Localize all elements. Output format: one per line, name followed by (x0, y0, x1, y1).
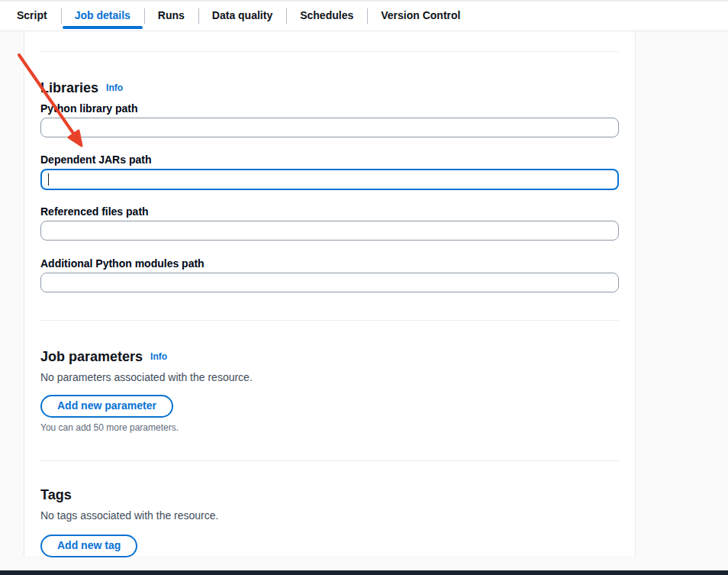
referenced-files-path-wrap (40, 221, 619, 241)
tags-section-title: Tags (40, 487, 619, 503)
tab-bar: Script Job details Runs Data quality Sch… (0, 0, 728, 31)
python-library-path-label: Python library path (40, 102, 619, 115)
additional-python-modules-path-label: Additional Python modules path (40, 257, 619, 270)
libraries-info-link[interactable]: Info (106, 82, 123, 93)
tags-title-text: Tags (40, 487, 72, 502)
job-parameters-section-title: Job parametersInfo (40, 349, 619, 365)
dependent-jars-path-input[interactable] (40, 169, 619, 190)
libraries-section-title: LibrariesInfo (40, 80, 619, 96)
text-cursor (48, 173, 49, 186)
tab-version-control[interactable]: Version Control (367, 2, 474, 31)
tab-runs[interactable]: Runs (144, 2, 198, 31)
add-new-tag-button[interactable]: Add new tag (40, 535, 137, 557)
window-bottom-bar (0, 570, 728, 575)
dependent-jars-path-wrap (40, 169, 619, 190)
section-divider (40, 320, 619, 321)
additional-python-modules-path-input[interactable] (40, 273, 619, 292)
job-details-page: { "tabs": [ { "label": "Script", "active… (0, 0, 728, 575)
tab-job-details[interactable]: Job details (61, 2, 144, 31)
tab-schedules[interactable]: Schedules (286, 2, 367, 31)
job-parameters-title-text: Job parameters (40, 349, 143, 364)
referenced-files-path-label: Referenced files path (40, 205, 619, 218)
dependent-jars-path-label: Dependent JARs path (40, 153, 619, 166)
referenced-files-path-input[interactable] (40, 221, 619, 241)
section-divider (40, 51, 619, 52)
panel-content: LibrariesInfo Python library path Depend… (24, 51, 635, 557)
section-divider (40, 460, 619, 461)
tab-script[interactable]: Script (3, 2, 61, 31)
add-new-parameter-button[interactable]: Add new parameter (40, 395, 173, 418)
additional-python-modules-path-wrap (40, 273, 619, 292)
tab-data-quality[interactable]: Data quality (198, 2, 286, 31)
job-details-panel: LibrariesInfo Python library path Depend… (24, 31, 636, 556)
python-library-path-wrap (40, 118, 619, 137)
job-parameters-info-link[interactable]: Info (150, 351, 167, 362)
tags-empty-message: No tags associated with the resource. (40, 509, 619, 522)
libraries-title-text: Libraries (40, 80, 98, 95)
job-parameters-limit-note: You can add 50 more parameters. (40, 422, 619, 433)
tab-list: Script Job details Runs Data quality Sch… (3, 2, 728, 31)
python-library-path-input[interactable] (40, 118, 619, 137)
job-parameters-empty-message: No parameters associated with the resour… (40, 370, 619, 384)
